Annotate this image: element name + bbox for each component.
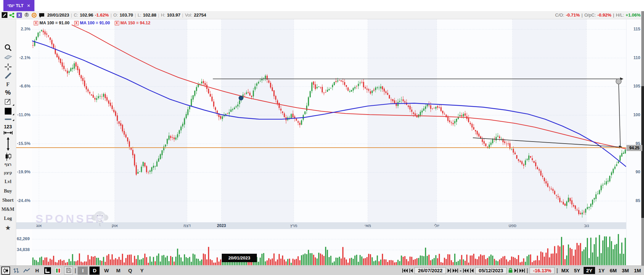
fibonacci-tool[interactable]: F	[0, 81, 16, 88]
checkbox-icon[interactable]: X	[115, 21, 119, 25]
close-icon[interactable]: ✕	[27, 3, 30, 8]
line-chart-icon[interactable]	[22, 267, 31, 275]
price-tick-label: 100	[627, 112, 640, 117]
scrollbar-thumb[interactable]	[641, 86, 644, 218]
lock-icon[interactable]	[508, 268, 513, 273]
co-change: -0.71%	[566, 12, 580, 18]
h-measure-icon[interactable]	[0, 131, 16, 135]
step-forward-icon[interactable]	[514, 269, 518, 273]
legend-ma150[interactable]: X MA 150 = 94.12	[115, 21, 151, 25]
candle-chart-icon[interactable]	[1, 267, 10, 275]
checkbox-icon[interactable]: X	[34, 21, 38, 25]
volume-tick-label: 62,269	[16, 236, 30, 241]
save-icon[interactable]	[64, 267, 73, 275]
skip-end-icon[interactable]	[519, 269, 525, 273]
intraday-button[interactable]: I	[78, 267, 88, 275]
yearly-button[interactable]: Y	[137, 267, 147, 275]
price-tick-label: 90	[627, 170, 640, 174]
search-icon[interactable]	[0, 44, 16, 52]
daily-button[interactable]: D	[89, 267, 100, 275]
monthly-button[interactable]: M	[113, 267, 123, 275]
skip-start-icon[interactable]	[402, 269, 408, 273]
last-price-tag: 94.25	[626, 145, 642, 151]
period-5y[interactable]: 5Y	[572, 267, 582, 274]
period-2y[interactable]: 2Y	[584, 267, 595, 274]
price-chart[interactable]	[32, 19, 626, 222]
month-label: מאי	[365, 223, 371, 228]
hl-change: +1.06%	[626, 12, 641, 18]
opc-change: -0.92%	[597, 12, 611, 18]
skip-start-icon[interactable]	[463, 269, 468, 273]
step-back-icon[interactable]	[470, 269, 474, 273]
open-value: 103.70	[120, 12, 133, 18]
log-scale-icon[interactable]	[43, 267, 52, 275]
monkey-logo	[90, 209, 109, 226]
pencil-icon[interactable]	[0, 72, 16, 79]
sidebar-item-short[interactable]: Short	[0, 198, 16, 203]
month-label: נוב	[584, 223, 589, 228]
period-1m[interactable]: 1M	[632, 267, 643, 274]
quarterly-button[interactable]: Q	[125, 267, 135, 275]
target-icon[interactable]	[31, 12, 37, 18]
ohlc-readout: 20/01/2023 | C:102.96 -1.62% | O:103.70 …	[47, 12, 206, 18]
sidebar-item-kitzon[interactable]: קיצון	[0, 171, 16, 175]
sidebar-item-log[interactable]: Log	[0, 216, 16, 221]
range-start-date[interactable]: 26/07/2022	[414, 267, 446, 274]
sidebar-item-ratzef[interactable]: רצף	[0, 162, 16, 167]
sidebar-item-mm[interactable]: M&M	[0, 207, 16, 212]
volume-colors-icon[interactable]	[54, 267, 62, 275]
registered-icon[interactable]: ®	[24, 12, 30, 18]
share-icon[interactable]	[9, 12, 15, 18]
percent-tick-label: -15.5%	[17, 141, 30, 146]
range-end-date[interactable]: 05/12/2023	[475, 267, 507, 274]
period-1y[interactable]: 1Y	[597, 267, 606, 274]
checkbox-icon[interactable]: X	[74, 21, 79, 25]
crosshair-icon[interactable]	[0, 63, 16, 71]
weekly-button[interactable]: W	[101, 267, 111, 275]
numbers-tool[interactable]: 123	[0, 124, 16, 129]
horizontal-level-line[interactable]	[16, 147, 626, 148]
ohlc-chart-icon[interactable]	[12, 267, 21, 275]
step-forward-icon[interactable]	[448, 269, 451, 273]
v-measure-icon[interactable]	[0, 137, 16, 151]
comment-icon[interactable]	[38, 12, 45, 18]
percent-tool[interactable]: %	[0, 89, 16, 96]
price-tick-label: 115	[627, 27, 640, 31]
price-tick-label: 110	[627, 55, 640, 60]
date-tooltip: 20/01/2023	[222, 254, 257, 262]
price-tick-label: 105	[627, 84, 640, 89]
tab-title: יומי TLT	[7, 3, 24, 8]
period-6m[interactable]: 6M	[608, 267, 618, 274]
price-axis[interactable]: 115110105100959085	[626, 19, 641, 266]
tab-tlt-daily[interactable]: יומי TLT ✕	[3, 0, 34, 11]
percent-tick-label: -11.0%	[17, 112, 30, 117]
favorite-star-icon[interactable]: ★	[0, 224, 16, 232]
month-label: יולי	[434, 223, 439, 228]
black-square-icon[interactable]	[0, 108, 16, 115]
percent-tick-label: -2.1%	[17, 55, 30, 60]
area-chart-button[interactable]: H	[33, 267, 42, 275]
sidebar-item-buy[interactable]: Buy	[0, 189, 16, 194]
bottom-toolbar: H | I D W M Q Y 26/07/2022 - 05/12/2023	[0, 266, 644, 275]
sidebar-item-lvl[interactable]: Lvl	[0, 179, 16, 184]
period-mx[interactable]: MX	[560, 267, 571, 274]
excel-export-icon[interactable]: X	[16, 12, 22, 18]
legend-ma100-price[interactable]: X MA 100 = 91.00	[34, 21, 70, 25]
chart-application: יומי TLT ✕ X ® 20/01/2023 | C:102.96 -1.…	[0, 0, 644, 275]
edit-box-icon[interactable]	[0, 98, 16, 105]
ma-legend: X MA 100 = 91.00 X MA 100 = 91.00 X MA 1…	[34, 21, 151, 25]
percent-tick-label: 2.3%	[17, 27, 30, 31]
step-back-icon[interactable]	[409, 269, 413, 273]
close-value: 102.96	[80, 12, 93, 18]
crosshair-date: 20/01/2023	[47, 12, 69, 18]
legend-ma100[interactable]: X MA 100 = 91.00	[74, 21, 110, 25]
month-label: ספט	[509, 223, 516, 228]
drawing-toolbar: F % 123 רצף קיצון Lvl Buy Short M&M Log …	[0, 19, 16, 266]
period-3m[interactable]: 3M	[620, 267, 630, 274]
dash-icon[interactable]	[0, 118, 16, 120]
annotate-icon[interactable]	[1, 12, 7, 18]
skip-end-icon[interactable]	[453, 269, 458, 273]
volume-pane	[32, 229, 626, 266]
candles-icon[interactable]	[0, 152, 16, 161]
eraser-icon[interactable]	[0, 54, 16, 60]
